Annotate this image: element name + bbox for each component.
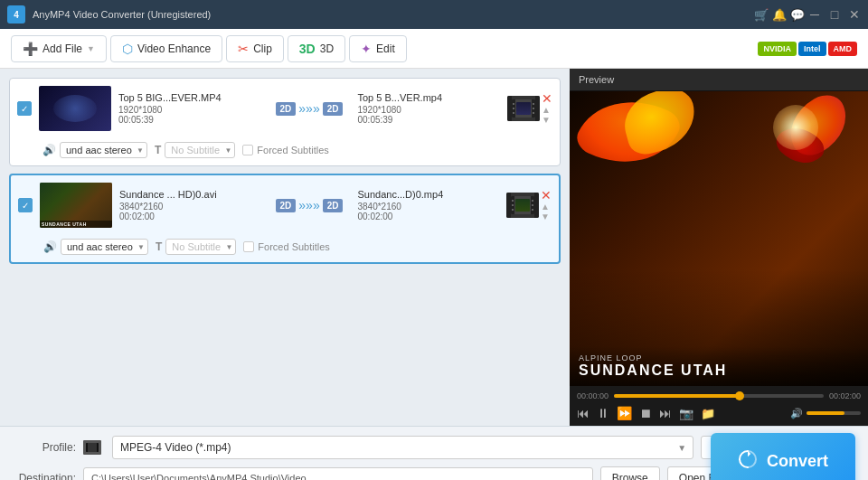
- preview-subtitle-small: ALPINE LOOP: [579, 353, 859, 362]
- profile-dropdown[interactable]: MPEG-4 Video (*.mp4): [112, 436, 693, 459]
- audio-dropdown-1[interactable]: und aac stereo: [60, 142, 147, 158]
- output-info-2: Sundanc...D)0.mp4 3840*2160 00:02:00: [357, 189, 499, 221]
- output-duration-1: 00:05:39: [357, 115, 500, 125]
- preview-background: ALPINE LOOP SUNDANCE UTAH: [570, 91, 868, 386]
- badge-2d-output-1: 2D: [323, 102, 344, 116]
- skip-to-start-button[interactable]: ⏮: [577, 406, 590, 420]
- output-format-button-2[interactable]: [506, 193, 539, 218]
- remove-file-1[interactable]: ✕: [542, 92, 552, 105]
- audio-select-wrapper-2: und aac stereo ▼: [61, 239, 148, 255]
- clip-icon: ✂: [238, 42, 249, 56]
- file-item-main-2: ✓ SUNDANCE UTAH Sundance ... HD)0.avi 38…: [11, 175, 559, 235]
- output-resolution-2: 3840*2160: [357, 202, 499, 212]
- volume-control: 🔊: [790, 408, 861, 419]
- subtitle-dropdown-1[interactable]: No Subtitle: [165, 142, 235, 158]
- preview-subtitle-large: SUNDANCE UTAH: [579, 362, 859, 379]
- nvidia-badge: NVIDIA: [758, 42, 797, 56]
- move-up-1[interactable]: ▲: [542, 106, 552, 115]
- file-list: ✓ Top 5 BIG...EVER.MP4 1920*1080 00:05:3…: [0, 69, 570, 426]
- file-checkbox-2[interactable]: ✓: [18, 198, 33, 212]
- file-duration-1: 00:05:39: [118, 115, 261, 125]
- msg-icon[interactable]: 💬: [790, 8, 805, 22]
- output-duration-2: 00:02:00: [357, 212, 499, 221]
- volume-slider[interactable]: [807, 411, 861, 415]
- folder-button[interactable]: 📁: [701, 407, 715, 420]
- audio-select-1: 🔊 und aac stereo ▼: [42, 142, 147, 158]
- output-name-1: Top 5 B...VER.mp4: [357, 92, 500, 103]
- file-duration-2: 00:02:00: [119, 212, 261, 221]
- preview-panel: Preview ALPINE LOOP: [570, 69, 868, 426]
- move-up-2[interactable]: ▲: [541, 202, 552, 212]
- audio-select-wrapper-1: und aac stereo ▼: [60, 142, 147, 158]
- convert-arrow-2: 2D »»» 2D: [269, 198, 351, 212]
- forced-subs-label-2[interactable]: Forced Subtitles: [243, 241, 329, 252]
- clip-button[interactable]: ✂ Clip: [226, 35, 284, 62]
- badge-2d-input-1: 2D: [276, 102, 297, 116]
- gpu-badges: NVIDIA Intel AMD: [758, 42, 857, 56]
- file-info-2: Sundance ... HD)0.avi 3840*2160 00:02:00: [119, 189, 261, 221]
- file-checkbox-1[interactable]: ✓: [17, 101, 32, 116]
- browse-button[interactable]: Browse: [600, 466, 660, 480]
- convert-icon: [738, 449, 758, 474]
- minimize-button[interactable]: ─: [808, 8, 821, 21]
- move-down-1[interactable]: ▼: [542, 116, 552, 125]
- skip-to-end-button[interactable]: ⏭: [659, 406, 672, 420]
- output-resolution-1: 1920*1080: [357, 105, 500, 115]
- file-item-selected: ✓ SUNDANCE UTAH Sundance ... HD)0.avi 38…: [9, 174, 561, 264]
- destination-input[interactable]: [83, 467, 593, 480]
- subtitle-icon-2: T: [156, 240, 162, 253]
- stop-button[interactable]: ⏹: [639, 406, 652, 420]
- add-file-button[interactable]: ➕ Add File ▼: [11, 35, 107, 62]
- maximize-button[interactable]: □: [828, 8, 841, 21]
- main-content: ✓ Top 5 BIG...EVER.MP4 1920*1080 00:05:3…: [0, 69, 868, 426]
- badge-2d-output-2: 2D: [323, 199, 344, 212]
- file-actions-1: ✕ ▲ ▼: [507, 92, 552, 125]
- edit-button[interactable]: ✦ Edit: [349, 35, 407, 62]
- file-thumbnail-1: [39, 86, 111, 131]
- close-button[interactable]: ✕: [848, 8, 861, 21]
- file-resolution-2: 3840*2160: [119, 202, 261, 212]
- titlebar: 4 AnyMP4 Video Converter (Unregistered) …: [0, 0, 868, 29]
- window-controls: ─ □ ✕: [808, 8, 861, 21]
- amd-badge: AMD: [828, 42, 858, 56]
- audio-dropdown-2[interactable]: und aac stereo: [61, 239, 148, 255]
- edit-icon: ✦: [361, 42, 372, 56]
- play-pause-button[interactable]: ⏸: [597, 406, 609, 420]
- profile-label: Profile:: [13, 441, 76, 454]
- app-icon: 4: [7, 5, 25, 24]
- audio-select-2: 🔊 und aac stereo ▼: [43, 239, 148, 255]
- file-controls-1: 🔊 und aac stereo ▼ T No Subtitle ▼: [10, 138, 560, 165]
- remove-file-2[interactable]: ✕: [541, 189, 552, 202]
- audio-icon-2: 🔊: [43, 240, 57, 253]
- preview-overlay: ALPINE LOOP SUNDANCE UTAH: [570, 346, 868, 386]
- file-item-main: ✓ Top 5 BIG...EVER.MP4 1920*1080 00:05:3…: [10, 79, 560, 138]
- video-enhance-button[interactable]: ⬡ Video Enhance: [110, 35, 222, 62]
- file-name-2: Sundance ... HD)0.avi: [119, 189, 261, 200]
- screenshot-button[interactable]: 📷: [679, 407, 693, 420]
- file-actions-2: ✕ ▲ ▼: [506, 189, 552, 221]
- subtitle-select-1: T No Subtitle ▼: [155, 142, 235, 158]
- intel-badge: Intel: [798, 42, 826, 56]
- convert-arrow-1: 2D »»» 2D: [269, 101, 351, 116]
- file-resolution-1: 1920*1080: [118, 105, 261, 115]
- 3d-button[interactable]: 3D 3D: [288, 35, 345, 62]
- bell-icon[interactable]: 🔔: [772, 8, 787, 22]
- file-thumbnail-2: SUNDANCE UTAH: [40, 183, 112, 228]
- convert-button[interactable]: Convert: [711, 433, 855, 480]
- progress-bar-wrap: 00:00:00 00:02:00: [577, 391, 861, 400]
- shop-icon[interactable]: 🛒: [754, 8, 769, 22]
- progress-track[interactable]: [614, 394, 824, 398]
- audio-icon-1: 🔊: [42, 144, 56, 156]
- subtitle-dropdown-2[interactable]: No Subtitle: [165, 239, 236, 255]
- forced-subs-checkbox-1[interactable]: [242, 145, 253, 155]
- add-file-icon: ➕: [23, 42, 38, 56]
- convert-area: Convert: [711, 433, 855, 480]
- move-down-2[interactable]: ▼: [541, 212, 552, 221]
- forced-subs-label-1[interactable]: Forced Subtitles: [242, 145, 328, 155]
- fast-forward-button[interactable]: ⏩: [617, 406, 632, 420]
- output-format-button-1[interactable]: [507, 96, 540, 121]
- forced-subs-checkbox-2[interactable]: [243, 241, 254, 252]
- app-title: AnyMP4 Video Converter (Unregistered): [33, 9, 754, 20]
- subtitle-select-2: T No Subtitle ▼: [156, 239, 236, 255]
- toolbar: ➕ Add File ▼ ⬡ Video Enhance ✂ Clip 3D 3…: [0, 29, 868, 69]
